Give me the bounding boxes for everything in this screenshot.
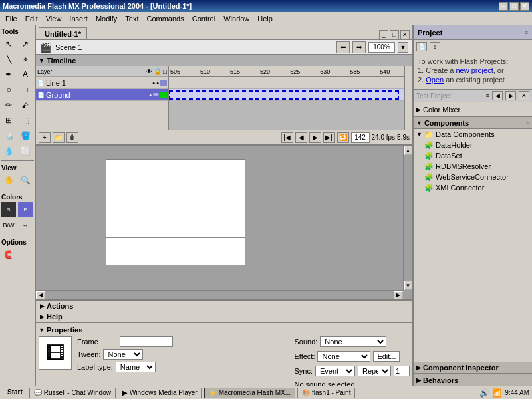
timeline-scroll-v[interactable] xyxy=(404,66,412,130)
test-proj-btn2[interactable]: ▶ xyxy=(505,91,516,100)
components-header[interactable]: ▼ Components ≡ xyxy=(414,117,532,129)
label-type-select[interactable]: Name xyxy=(116,362,156,372)
menu-help[interactable]: Help xyxy=(253,13,277,24)
actions-panel-row[interactable]: ▶ Actions xyxy=(36,301,412,311)
prev-frame-btn[interactable]: ◀ xyxy=(295,132,307,143)
tree-dataholder[interactable]: 🧩 DataHolder xyxy=(414,140,532,150)
tool-pen[interactable]: ✒ xyxy=(1,67,16,82)
add-layer-folder-btn[interactable]: 📁 xyxy=(53,132,65,143)
loop-btn[interactable]: 🔁 xyxy=(337,132,349,143)
swap-colors[interactable]: ↔ xyxy=(18,218,33,233)
proj-sort-btn[interactable]: ↕ xyxy=(430,42,440,51)
scene-next[interactable]: ➡ xyxy=(352,41,366,53)
tree-rdbmsresolver[interactable]: 🧩 RDBMSResolver xyxy=(414,161,532,172)
menu-edit[interactable]: Edit xyxy=(21,13,42,24)
document-tab[interactable]: Untitled-1* xyxy=(39,27,87,39)
delete-layer-btn[interactable]: 🗑 xyxy=(66,132,78,143)
proj-new-btn[interactable]: 📄 xyxy=(416,42,427,51)
layer-row-line1[interactable]: 📄 Line 1 • • xyxy=(36,77,168,89)
tab-restore[interactable]: □ xyxy=(390,30,399,39)
menu-modify[interactable]: Modify xyxy=(92,13,121,24)
tool-hand[interactable]: ✋ xyxy=(1,173,16,188)
folder-icon: 📁 xyxy=(424,130,434,139)
start-button[interactable]: Start xyxy=(3,388,27,398)
taskbar-paint[interactable]: 🎨 flash1 - Paint xyxy=(297,388,355,398)
layer-row-ground[interactable]: 📄 Ground • ✏ xyxy=(36,89,168,101)
menu-window[interactable]: Window xyxy=(219,13,253,24)
components-title: Components xyxy=(424,119,469,127)
menu-file[interactable]: File xyxy=(1,13,21,24)
scene-prev[interactable]: ⬅ xyxy=(336,41,350,53)
tab-minimize[interactable]: _ xyxy=(379,30,388,39)
tool-gradient[interactable]: ⬚ xyxy=(18,113,33,128)
tool-zoom[interactable]: 🔍 xyxy=(18,173,33,188)
first-frame-btn[interactable]: |◀ xyxy=(281,132,293,143)
layer-ground-name: Ground xyxy=(46,91,148,99)
tool-brush[interactable]: 🖌 xyxy=(18,98,33,112)
help-panel-row[interactable]: ▶ Help xyxy=(36,311,412,323)
tab-close[interactable]: ✕ xyxy=(400,30,410,39)
tool-oval[interactable]: ○ xyxy=(1,82,16,97)
tree-data-components[interactable]: ▼ 📁 Data Components xyxy=(414,129,532,140)
repeat-count[interactable] xyxy=(394,366,410,376)
ruler-530: 530 xyxy=(320,68,330,75)
canvas-scroll-v[interactable]: ▲ ▼ xyxy=(403,146,412,290)
color-mixer-section[interactable]: ▶ Color Mixer xyxy=(414,102,532,117)
sync-select[interactable]: Event xyxy=(315,366,355,376)
frame-name-input[interactable] xyxy=(120,336,173,347)
tool-eyedropper[interactable]: 💧 xyxy=(1,144,16,158)
tool-text[interactable]: A xyxy=(18,67,33,82)
scene-nav: ⬅ ➡ 100% ▼ xyxy=(336,41,408,53)
effect-select[interactable]: None xyxy=(317,351,370,362)
tween-select[interactable]: None xyxy=(103,349,143,360)
sound-select[interactable]: None xyxy=(320,336,386,347)
tool-paint-bucket[interactable]: 🪣 xyxy=(18,128,33,143)
black-white-colors[interactable]: B/W xyxy=(1,218,16,233)
magnet-option[interactable]: 🧲 xyxy=(1,247,16,262)
menu-view[interactable]: View xyxy=(42,13,66,24)
new-project-link[interactable]: new project xyxy=(456,66,493,74)
stage-ground-line xyxy=(106,237,245,238)
tool-subselect[interactable]: ↗ xyxy=(18,37,33,51)
fill-color[interactable]: F xyxy=(18,202,33,217)
next-frame-btn[interactable]: ▶| xyxy=(323,132,335,143)
test-proj-close[interactable]: ✕ xyxy=(519,91,529,100)
menu-insert[interactable]: Insert xyxy=(65,13,92,24)
tool-freexform[interactable]: ⊞ xyxy=(1,113,16,128)
behaviors-bar[interactable]: ▶ Behaviors xyxy=(414,374,532,386)
menu-text[interactable]: Text xyxy=(121,13,142,24)
timeline-header[interactable]: ▼ Timeline xyxy=(36,55,412,66)
tool-pencil[interactable]: ✏ xyxy=(1,98,16,112)
canvas-scroll-h[interactable]: ◀ ▶ xyxy=(36,290,403,299)
frame-number-input[interactable]: 142 xyxy=(351,132,370,143)
tree-webservice[interactable]: 🧩 WebServiceConnector xyxy=(414,172,532,182)
stroke-color[interactable]: S xyxy=(1,202,16,217)
zoom-display: 100% xyxy=(368,42,395,53)
file-icon-3: 🧩 xyxy=(424,162,434,171)
tool-lasso[interactable]: ⌖ xyxy=(18,52,33,66)
close-button[interactable]: ✕ xyxy=(520,2,529,11)
zoom-dropdown[interactable]: ▼ xyxy=(398,42,408,53)
maximize-button[interactable]: □ xyxy=(509,2,519,11)
menu-control[interactable]: Control xyxy=(188,13,219,24)
taskbar-chat[interactable]: 💬 Russell - Chat Window xyxy=(29,388,116,398)
tool-eraser[interactable]: ⬜ xyxy=(18,144,33,158)
add-layer-btn[interactable]: + xyxy=(39,132,51,143)
tool-line[interactable]: ╲ xyxy=(1,52,16,66)
tool-arrow[interactable]: ↖ xyxy=(1,37,16,51)
component-inspector-bar[interactable]: ▶ Component Inspector xyxy=(414,362,532,374)
tool-ink-bottle[interactable]: 🍶 xyxy=(1,128,16,143)
minimize-button[interactable]: ─ xyxy=(499,2,508,11)
taskbar-mediaplayer[interactable]: ▶ Windows Media Player xyxy=(118,388,202,398)
play-btn[interactable]: ▶ xyxy=(309,132,321,143)
open-project-link[interactable]: Open xyxy=(426,76,444,84)
systray-icon-2: 📶 xyxy=(492,388,502,398)
repeat-select[interactable]: Repeat xyxy=(358,366,391,376)
tree-xmlconnector[interactable]: 🧩 XMLConnector xyxy=(414,182,532,193)
test-proj-btn1[interactable]: ◀ xyxy=(492,91,503,100)
tree-dataset[interactable]: 🧩 DataSet xyxy=(414,150,532,161)
menu-commands[interactable]: Commands xyxy=(142,13,188,24)
edit-button[interactable]: Edit... xyxy=(373,351,400,362)
taskbar-flash[interactable]: ⚡ Macromedia Flash MX... xyxy=(204,388,295,398)
tool-rect[interactable]: □ xyxy=(18,82,33,97)
